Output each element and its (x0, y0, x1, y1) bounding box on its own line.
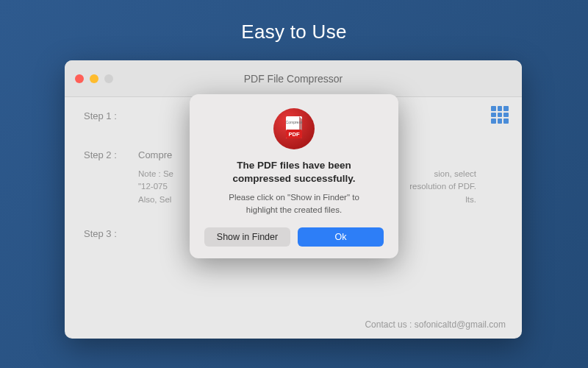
dialog-title: The PDF files have been compressed succe… (204, 159, 384, 185)
success-dialog: Compress PDF The PDF files have been com… (190, 94, 398, 258)
step-1-label: Step 1 : (84, 110, 138, 121)
contact-info: Contact us : sofonicaltd@gmail.com (365, 319, 506, 330)
window-title: PDF File Compressor (65, 73, 522, 85)
traffic-lights (65, 74, 113, 83)
dialog-message: Please click on "Show in Finder" to high… (204, 191, 384, 215)
minimize-window-button[interactable] (90, 74, 98, 83)
grid-view-icon[interactable] (491, 106, 509, 124)
icon-compress-label: Compress (286, 120, 303, 124)
titlebar: PDF File Compressor (65, 60, 522, 97)
show-in-finder-button[interactable]: Show in Finder (204, 227, 290, 247)
dialog-button-row: Show in Finder Ok (204, 227, 384, 247)
close-window-button[interactable] (75, 74, 84, 83)
app-icon: Compress PDF (273, 107, 315, 150)
page-headline: Easy to Use (0, 0, 588, 43)
ok-button[interactable]: Ok (298, 227, 384, 247)
step-3-label: Step 3 : (84, 228, 138, 239)
step-2-label: Step 2 : (84, 149, 138, 206)
zoom-window-button[interactable] (104, 74, 113, 83)
icon-pdf-label: PDF (289, 131, 300, 138)
